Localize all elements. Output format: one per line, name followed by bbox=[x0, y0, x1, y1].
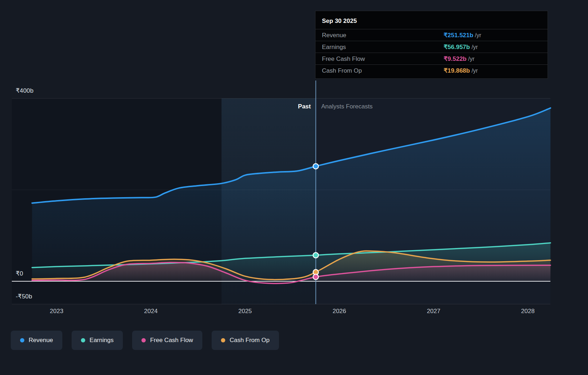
x-axis-label-2026: 2026 bbox=[333, 308, 346, 315]
tooltip-row-cash-from-op: Cash From Op ₹19.868b /yr bbox=[315, 64, 548, 76]
tooltip-value: ₹56.957b /yr bbox=[444, 43, 541, 51]
x-axis-label-2023: 2023 bbox=[50, 308, 63, 315]
y-axis-label-neg50b: -₹50b bbox=[16, 293, 32, 300]
tooltip-value: ₹9.522b /yr bbox=[444, 55, 541, 63]
revenue-dot-icon bbox=[20, 338, 24, 342]
free-cash-flow-marker[interactable] bbox=[313, 274, 318, 279]
legend-item-free-cash-flow[interactable]: Free Cash Flow bbox=[132, 331, 202, 350]
legend-item-cash-from-op[interactable]: Cash From Op bbox=[212, 331, 279, 350]
tooltip-value: ₹19.868b /yr bbox=[444, 67, 541, 74]
tooltip-value: ₹251.521b /yr bbox=[444, 31, 541, 39]
x-axis-label-2027: 2027 bbox=[427, 308, 440, 315]
tooltip-date: Sep 30 2025 bbox=[315, 11, 548, 29]
revenue-marker[interactable] bbox=[313, 164, 318, 169]
x-axis-label-2028: 2028 bbox=[521, 308, 535, 315]
legend-label: Revenue bbox=[29, 337, 53, 344]
tooltip-row-earnings: Earnings ₹56.957b /yr bbox=[315, 41, 548, 53]
past-label: Past bbox=[298, 103, 311, 110]
legend-item-revenue[interactable]: Revenue bbox=[11, 331, 62, 350]
tooltip-label: Free Cash Flow bbox=[322, 55, 444, 63]
tooltip-label: Cash From Op bbox=[322, 67, 444, 74]
tooltip-row-revenue: Revenue ₹251.521b /yr bbox=[315, 29, 548, 41]
tooltip-label: Earnings bbox=[322, 44, 444, 51]
x-axis-label-2025: 2025 bbox=[238, 308, 252, 315]
free-cash-flow-dot-icon bbox=[141, 338, 146, 342]
legend-label: Cash From Op bbox=[230, 337, 269, 344]
y-axis-label-400b: ₹400b bbox=[16, 87, 34, 94]
cash-from-op-dot-icon bbox=[221, 338, 225, 342]
legend-label: Free Cash Flow bbox=[150, 337, 193, 344]
x-axis-label-2024: 2024 bbox=[144, 308, 158, 315]
tooltip-label: Revenue bbox=[322, 32, 444, 39]
legend-item-earnings[interactable]: Earnings bbox=[72, 331, 123, 350]
legend-label: Earnings bbox=[90, 337, 114, 344]
earnings-dot-icon bbox=[81, 338, 85, 342]
analysts-forecasts-label: Analysts Forecasts bbox=[321, 103, 373, 110]
chart-stage: ₹400b ₹0 -₹50b 2023 2024 2025 2026 2027 … bbox=[0, 0, 588, 375]
y-axis-label-0: ₹0 bbox=[16, 270, 23, 277]
legend: Revenue Earnings Free Cash Flow Cash Fro… bbox=[11, 331, 279, 350]
tooltip-row-free-cash-flow: Free Cash Flow ₹9.522b /yr bbox=[315, 53, 548, 64]
earnings-marker[interactable] bbox=[313, 253, 318, 258]
tooltip: Sep 30 2025 Revenue ₹251.521b /yr Earnin… bbox=[315, 11, 548, 79]
